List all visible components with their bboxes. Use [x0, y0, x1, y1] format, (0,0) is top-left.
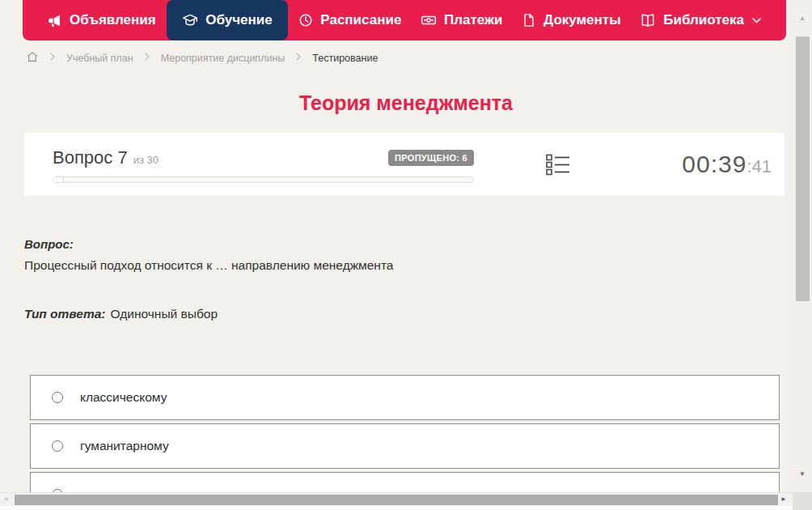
nav-item-announcements[interactable]: Объявления — [39, 0, 164, 40]
payments-icon — [421, 12, 437, 28]
answer-option-2[interactable]: гуманитарному — [30, 423, 780, 469]
breadcrumb-item-discipline-event[interactable]: Мероприятие дисциплины — [161, 53, 285, 64]
megaphone-icon — [47, 13, 62, 28]
nav-item-payments[interactable]: Платежи — [412, 0, 511, 40]
question-list-icon[interactable] — [546, 154, 570, 179]
vertical-scrollbar[interactable]: ▲ ▼ — [793, 0, 812, 492]
scroll-down-arrow-icon[interactable]: ▼ — [793, 470, 812, 478]
timer-seconds: :41 — [746, 156, 772, 176]
breadcrumb-chevron-icon — [144, 52, 150, 64]
question-total: из 30 — [133, 154, 159, 166]
answer-option-label: классическому — [80, 390, 167, 405]
horizontal-scrollbar-thumb[interactable] — [15, 495, 778, 505]
scroll-up-arrow-icon[interactable]: ▲ — [793, 15, 812, 22]
nav-item-documents[interactable]: Документы — [514, 0, 629, 40]
scroll-right-arrow-icon[interactable]: ► — [780, 495, 787, 503]
breadcrumb-chevron-icon — [295, 52, 302, 64]
answer-option-1[interactable]: классическому — [30, 375, 780, 420]
home-icon[interactable] — [26, 50, 39, 66]
question-prompt-label: Вопрос: — [24, 237, 74, 251]
page-title: Теория менеджмента — [0, 91, 812, 115]
nav-item-learning[interactable]: Обучение — [167, 0, 287, 40]
nav-item-label: Библиотека — [663, 12, 744, 28]
answer-type-value: Одиночный выбор — [111, 307, 218, 321]
nav-item-label: Обучение — [205, 12, 272, 28]
question-header-card: Вопрос 7 из 30 ПРОПУЩЕНО: 6 00:39:41 — [24, 133, 785, 196]
progress-bar-thumb — [53, 177, 64, 182]
vertical-scrollbar-thumb[interactable] — [796, 36, 810, 301]
breadcrumb-chevron-icon — [49, 52, 56, 64]
nav-item-label: Документы — [543, 12, 621, 28]
top-navbar: Объявления Обучение Расписание Платежи Д… — [23, 0, 786, 40]
skipped-badge: ПРОПУЩЕНО: 6 — [388, 150, 474, 166]
chevron-down-icon — [751, 17, 762, 24]
breadcrumb-item-study-plan[interactable]: Учебный план — [66, 53, 133, 64]
nav-item-library[interactable]: Библиотека — [632, 0, 770, 40]
answer-type-row: Тип ответа:Одиночный выбор — [24, 307, 218, 321]
scrollbar-corner — [793, 492, 812, 510]
answer-option-label: гуманитарному — [80, 439, 169, 453]
question-number: Вопрос 7 — [53, 147, 128, 168]
nav-item-label: Объявления — [70, 12, 156, 28]
nav-item-schedule[interactable]: Расписание — [290, 0, 409, 40]
timer: 00:39:41 — [682, 151, 772, 178]
breadcrumb-item-testing: Тестирование — [312, 53, 378, 64]
nav-item-label: Платежи — [444, 12, 503, 28]
scroll-left-arrow-icon[interactable]: ◄ — [2, 495, 9, 503]
breadcrumb: Учебный план Мероприятие дисциплины Тест… — [26, 50, 378, 66]
bottom-strip — [0, 506, 793, 510]
timer-minutes: 00:39 — [682, 151, 746, 177]
horizontal-scrollbar[interactable]: ◄ ► — [0, 492, 793, 506]
answer-options: классическому гуманитарному современному — [30, 375, 780, 510]
question-prompt-text: Процессный подход относится к … направле… — [24, 258, 393, 273]
question-progress-group: Вопрос 7 из 30 ПРОПУЩЕНО: 6 — [53, 147, 474, 183]
progress-bar — [53, 176, 474, 183]
nav-item-label: Расписание — [320, 12, 401, 28]
graduation-cap-icon — [182, 12, 198, 28]
answer-type-label: Тип ответа: — [24, 307, 106, 321]
document-icon — [522, 13, 536, 28]
radio-button[interactable] — [52, 392, 63, 403]
clock-icon — [298, 13, 313, 28]
library-icon — [640, 12, 656, 28]
radio-button[interactable] — [52, 440, 63, 452]
